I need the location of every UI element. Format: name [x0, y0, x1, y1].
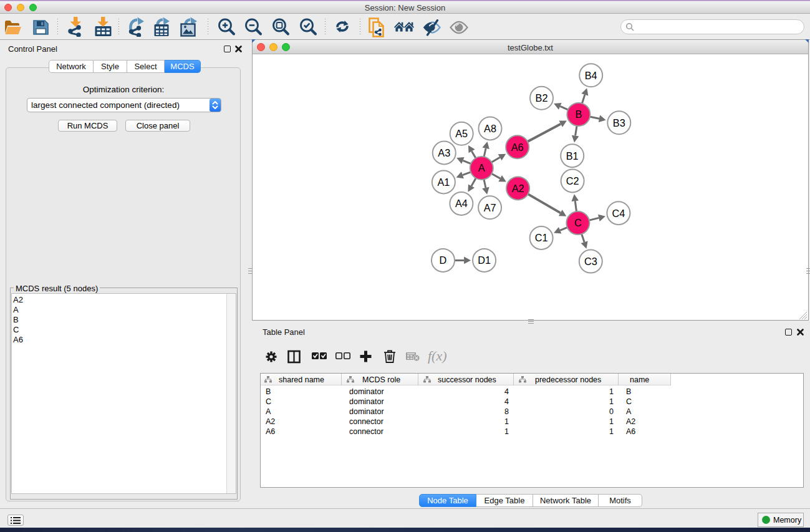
svg-text:B: B	[575, 109, 582, 120]
svg-text:C1: C1	[535, 232, 548, 243]
svg-text:B3: B3	[613, 117, 625, 128]
svg-text:A2: A2	[512, 183, 524, 194]
svg-text:A: A	[478, 162, 485, 173]
svg-text:B1: B1	[566, 150, 579, 162]
svg-text:C2: C2	[566, 175, 579, 186]
svg-text:C3: C3	[584, 256, 597, 267]
svg-text:A8: A8	[484, 123, 496, 134]
svg-text:A6: A6	[511, 142, 524, 153]
svg-text:B2: B2	[536, 92, 548, 104]
svg-text:A1: A1	[437, 177, 450, 188]
svg-text:A3: A3	[438, 147, 450, 158]
svg-text:C4: C4	[612, 208, 625, 219]
svg-text:D: D	[440, 254, 447, 266]
svg-text:B4: B4	[585, 70, 597, 81]
svg-text:D1: D1	[478, 254, 491, 266]
svg-text:A5: A5	[455, 128, 468, 139]
svg-text:A4: A4	[455, 198, 468, 209]
svg-text:A7: A7	[484, 202, 496, 213]
svg-text:C: C	[574, 217, 582, 228]
